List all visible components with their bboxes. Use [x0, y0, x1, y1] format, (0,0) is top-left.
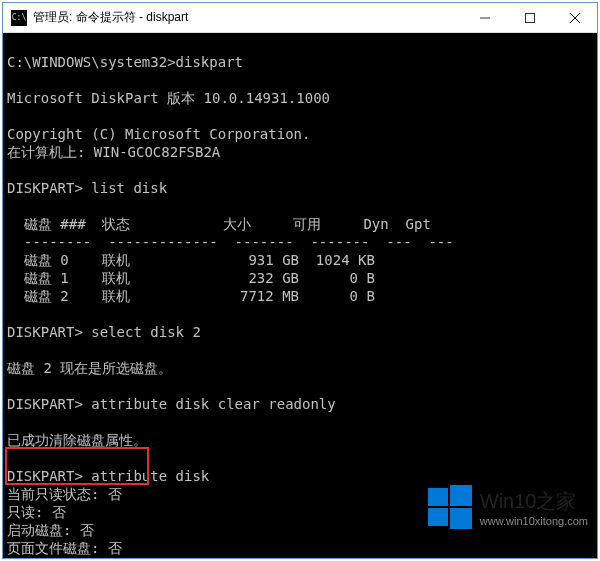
- cmd-icon: C:\: [11, 10, 27, 26]
- table-header: 磁盘 ### 状态 大小 可用 Dyn Gpt: [7, 216, 431, 232]
- attr-readonly-current: 当前只读状态: 否: [7, 486, 122, 502]
- table-separator: -------- ------------- ------- ------- -…: [7, 234, 454, 250]
- console-window: C:\ 管理员: 命令提示符 - diskpart C:\WINDOWS\sys…: [2, 2, 598, 559]
- cmd-line: C:\WINDOWS\system32>diskpart: [7, 54, 243, 70]
- titlebar[interactable]: C:\ 管理员: 命令提示符 - diskpart: [3, 3, 597, 33]
- prompt-clear-readonly: DISKPART> attribute disk clear readonly: [7, 396, 336, 412]
- svg-rect-1: [525, 13, 534, 22]
- minimize-icon: [480, 13, 490, 23]
- window-title: 管理员: 命令提示符 - diskpart: [33, 9, 462, 26]
- copyright-line: Copyright (C) Microsoft Corporation.: [7, 126, 310, 142]
- attr-readonly: 只读: 否: [7, 504, 66, 520]
- window-controls: [462, 3, 597, 32]
- cleared-message: 已成功清除磁盘属性。: [7, 432, 147, 448]
- close-icon: [570, 13, 580, 23]
- terminal-output[interactable]: C:\WINDOWS\system32>diskpart Microsoft D…: [3, 33, 597, 558]
- prompt-list-disk: DISKPART> list disk: [7, 180, 167, 196]
- prompt-select-disk: DISKPART> select disk 2: [7, 324, 201, 340]
- minimize-button[interactable]: [462, 3, 507, 32]
- prompt-attribute-disk: DISKPART> attribute disk: [7, 468, 209, 484]
- table-row: 磁盘 1 联机 232 GB 0 B: [7, 270, 375, 286]
- table-row: 磁盘 0 联机 931 GB 1024 KB: [7, 252, 375, 268]
- attr-boot: 启动磁盘: 否: [7, 522, 94, 538]
- computer-line: 在计算机上: WIN-GCOC82FSB2A: [7, 144, 220, 160]
- maximize-icon: [525, 13, 535, 23]
- maximize-button[interactable]: [507, 3, 552, 32]
- close-button[interactable]: [552, 3, 597, 32]
- table-row: 磁盘 2 联机 7712 MB 0 B: [7, 288, 375, 304]
- version-line: Microsoft DiskPart 版本 10.0.14931.1000: [7, 90, 330, 106]
- attr-pagefile: 页面文件磁盘: 否: [7, 540, 122, 556]
- selected-message: 磁盘 2 现在是所选磁盘。: [7, 360, 172, 376]
